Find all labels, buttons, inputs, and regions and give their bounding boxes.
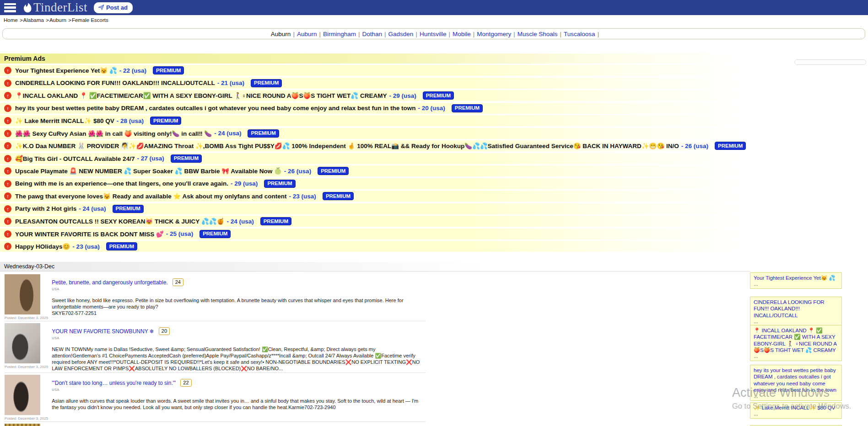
sidebar-ad-ellipsis: ... (754, 411, 838, 417)
premium-ad-row[interactable]: ↑The pawg that everyone loves😼 Ready and… (0, 191, 868, 202)
sidebar-ad-box[interactable]: 📍 INCALL OAKLAND 📍 ✅ FACETIME/CAR ✅ WITH… (750, 325, 842, 361)
premium-ad-title[interactable]: ✨ Lake Merritt INCALL✨ $80 QV (15, 117, 114, 124)
sidebar-ad-link[interactable]: hey its your best wettes petite baby DRE… (754, 367, 838, 393)
bump-up-icon: ↑ (4, 142, 11, 149)
listing-media: Posted: December 3, 2025 (5, 274, 48, 320)
separator: | (560, 31, 562, 37)
brand-name: TinderList (33, 1, 87, 14)
premium-ad-title[interactable]: Upscale Playmate 🚨 NEW NUMBER 💦 Super So… (15, 167, 282, 175)
sidebar-ad-box[interactable]: hey its your best wettes petite baby DRE… (750, 365, 842, 401)
premium-ad-row[interactable]: ↑Your Tightest Experience Yet😼 💦- 22 (us… (0, 65, 868, 76)
premium-badge: PREMIUM (251, 79, 282, 87)
breadcrumb-item[interactable]: Female Escorts (72, 17, 108, 23)
listing-description: Asian allure with curves that speak loud… (52, 398, 426, 410)
premium-ad-row[interactable]: ↑📍INCALL OAKLAND 📍 ✅FACETIME/CAR✅ WITH A… (0, 90, 868, 101)
post-ad-button[interactable]: Post ad (94, 2, 133, 13)
sidebar-ad-link[interactable]: 📍 INCALL OAKLAND 📍 ✅ FACETIME/CAR ✅ WITH… (754, 327, 838, 353)
premium-ad-title[interactable]: Being with me is an experience—one that … (15, 180, 228, 187)
premium-ads-list: ↑Your Tightest Experience Yet😼 💦- 22 (us… (0, 65, 868, 252)
premium-badge: PREMIUM (318, 167, 349, 175)
premium-ad-title[interactable]: 🥰Big Tits Girl - OUTCALL Available 24/7 (15, 155, 135, 162)
premium-ad-age: - 21 (usa) (217, 80, 244, 86)
sidebar-ad-box[interactable]: CINDERELLA LOOKING FOR FUN!!! OAKLAND!!!… (750, 297, 842, 326)
city-link[interactable]: Muscle Shoals (518, 31, 558, 37)
listing-thumbnail[interactable] (5, 375, 40, 415)
city-link[interactable]: Montgomery (477, 31, 511, 37)
premium-ad-title[interactable]: hey its your best wettes petite baby DRE… (15, 105, 415, 112)
listing-thumbnail[interactable] (5, 323, 40, 363)
posted-date: Posted: December 3, 2025 (5, 365, 48, 369)
site-logo[interactable]: TinderList (22, 1, 87, 14)
premium-ad-row[interactable]: ↑Party with 2 Hot girls- 24 (usa)PREMIUM (0, 203, 868, 214)
premium-ad-row[interactable]: ↑CINDERELLA LOOKING FOR FUN!!! OAKLAND!!… (0, 78, 868, 89)
listing-body: YOUR NEW FAVORITE SNOWBUNNY ❄20USANEW IN… (48, 323, 426, 372)
listing-thumbnail[interactable] (5, 274, 40, 314)
premium-ad-row[interactable]: ↑hey its your best wettes petite baby DR… (0, 103, 868, 114)
city-link[interactable]: Mobile (453, 31, 471, 37)
premium-ad-age: - 29 (usa) (389, 92, 416, 99)
listing-item: Posted: December 3, 2025"'Don't stare to… (5, 373, 426, 422)
listing-description: NEW IN TOWNMy name is Dallas !Seductive,… (52, 346, 426, 372)
premium-badge: PREMIUM (248, 129, 279, 138)
premium-ad-title[interactable]: PLEASANTON OUTCALLS !! SEXY KOREAN😻 THIC… (15, 218, 224, 225)
flame-icon (22, 2, 32, 13)
sidebar-ad-link[interactable]: ✨ Lake Merritt INCALL✨ $80 QV (754, 405, 838, 411)
breadcrumb-separator: > (20, 17, 23, 23)
premium-ad-title[interactable]: The pawg that everyone loves😼 Ready and … (15, 192, 287, 200)
premium-ad-row[interactable]: ↑🥰Big Tits Girl - OUTCALL Available 24/7… (0, 153, 868, 164)
premium-ad-title[interactable]: Happy HOlidays😊 (15, 243, 70, 250)
separator: | (448, 31, 450, 37)
premium-ad-row[interactable]: ↑✨K.O Daa NUMBER 🐰 PROVIDER 🧖✨💋AMAZING T… (0, 140, 868, 151)
listing-item: Posted: December 3, 2025YOUR NEW FAVORIT… (5, 321, 426, 373)
premium-ad-title[interactable]: YOUR WINTER FAVORITE IS BACK DONT MISS 💕 (15, 230, 164, 238)
breadcrumb-item[interactable]: Home (4, 17, 19, 23)
listing-description: Sweet like honey, bold like espresso. Pe… (52, 297, 426, 316)
bump-up-icon: ↑ (4, 243, 11, 250)
premium-ad-title[interactable]: Your Tightest Experience Yet😼 💦 (15, 67, 117, 74)
sidebar-ad-link[interactable]: CINDERELLA LOOKING FOR FUN!!! OAKLAND!!!… (754, 299, 838, 319)
page: TinderList Post ad Home >Alabama >Auburn… (0, 0, 868, 426)
bump-up-icon: ↑ (4, 155, 11, 162)
listing-country: USA (52, 336, 426, 340)
premium-badge: PREMIUM (323, 192, 354, 200)
city-link[interactable]: Tuscaloosa (564, 31, 595, 37)
sidebar-ad-box[interactable]: ✨ Lake Merritt INCALL✨ $80 QV... (750, 402, 842, 419)
sidebar-ad-box[interactable]: Your Tightest Experience Yet😼 💦... (750, 272, 842, 289)
premium-ad-title[interactable]: 📍INCALL OAKLAND 📍 ✅FACETIME/CAR✅ WITH A … (15, 92, 387, 99)
listings-feed: Posted: December 3, 2025Petite, brunette… (5, 272, 426, 426)
city-link[interactable]: Birmingham (323, 31, 356, 37)
premium-ad-title[interactable]: Party with 2 Hot girls (15, 205, 76, 212)
listing-title-link[interactable]: Petite, brunette, and dangerously unforg… (52, 279, 168, 286)
separator: | (598, 31, 599, 37)
premium-ad-row[interactable]: ↑Upscale Playmate 🚨 NEW NUMBER 💦 Super S… (0, 165, 868, 176)
city-link[interactable]: Huntsville (420, 31, 447, 37)
breadcrumb-separator: > (46, 17, 49, 23)
premium-ad-title[interactable]: ✨K.O Daa NUMBER 🐰 PROVIDER 🧖✨💋AMAZING Th… (15, 142, 679, 149)
listing-media: Posted: December 3, 2025 (5, 375, 48, 421)
listing-title-link[interactable]: "'Don't stare too long… unless you're re… (52, 380, 176, 386)
premium-ad-row[interactable]: ↑✨ Lake Merritt INCALL✨ $80 QV- 28 (usa)… (0, 115, 868, 126)
bump-up-icon: ↑ (4, 192, 11, 200)
premium-ad-row[interactable]: ↑🌺🌺 Sexy CuRvy Asian 🌺🌺 in call 🍑 visiti… (0, 128, 868, 139)
listing-body: Petite, brunette, and dangerously unforg… (48, 274, 426, 320)
premium-ad-row[interactable]: ↑Happy HOlidays😊- 23 (usa)PREMIUM (0, 241, 868, 252)
premium-ad-row[interactable]: ↑Being with me is an experience—one that… (0, 178, 868, 189)
listing-title-link[interactable]: YOUR NEW FAVORITE SNOWBUNNY ❄ (52, 328, 154, 335)
premium-ad-title[interactable]: 🌺🌺 Sexy CuRvy Asian 🌺🌺 in call 🍑 visitin… (15, 130, 212, 137)
premium-ad-row[interactable]: ↑PLEASANTON OUTCALLS !! SEXY KOREAN😻 THI… (0, 216, 868, 227)
city-link[interactable]: Dothan (362, 31, 383, 37)
listing-thumbnail[interactable] (5, 424, 40, 426)
bump-up-icon: ↑ (4, 218, 11, 225)
separator: | (415, 31, 417, 37)
city-link[interactable]: Gadsden (388, 31, 414, 37)
menu-icon[interactable] (4, 3, 16, 12)
premium-ad-row[interactable]: ↑YOUR WINTER FAVORITE IS BACK DONT MISS … (0, 229, 868, 240)
city-nav: Auburn|Auburn|Birmingham|Dothan|Gadsden|… (2, 28, 865, 39)
separator: | (384, 31, 386, 37)
sidebar-ad-link[interactable]: Your Tightest Experience Yet😼 💦 (754, 275, 838, 281)
city-link[interactable]: Auburn (297, 31, 317, 37)
premium-ad-title[interactable]: CINDERELLA LOOKING FOR FUN!!! OAKLAND!!!… (15, 80, 215, 86)
separator: | (293, 31, 295, 37)
breadcrumb-item[interactable]: Alabama (23, 17, 46, 23)
breadcrumb-item[interactable]: Auburn (49, 17, 68, 23)
